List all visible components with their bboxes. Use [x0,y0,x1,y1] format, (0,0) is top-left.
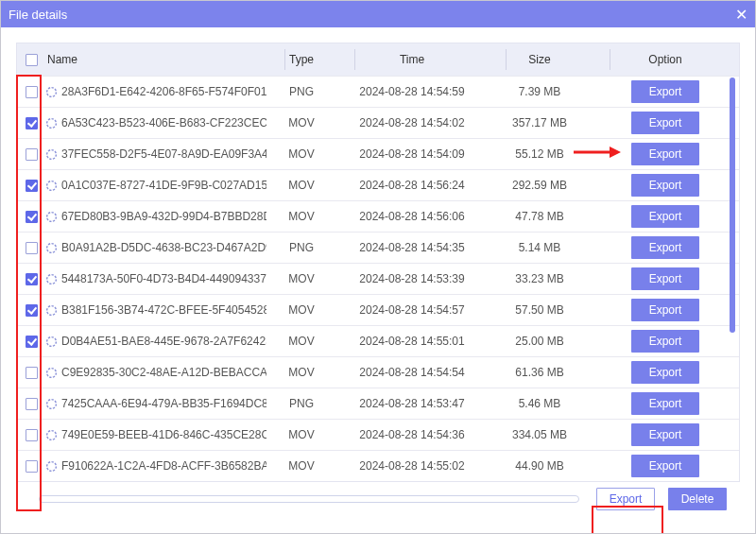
file-type: PNG [266,397,336,410]
file-icon [45,273,58,285]
row-export-button[interactable]: Export [631,361,699,384]
table-row[interactable]: 28A3F6D1-E642-4206-8F65-F574F0F01E80.PNG… [17,76,739,107]
scrollbar-thumb[interactable] [730,78,735,333]
row-export-button[interactable]: Export [631,299,699,321]
file-size: 7.39 MB [488,85,592,98]
row-export-button[interactable]: Export [631,205,699,228]
svg-point-4 [47,212,57,221]
row-export-button[interactable]: Export [631,330,699,353]
file-size: 47.78 MB [488,210,592,223]
file-time: 2024-08-28 14:54:59 [336,85,488,98]
file-icon [45,148,58,161]
row-export-button[interactable]: Export [631,143,699,165]
file-icon [45,460,58,473]
row-checkbox[interactable] [26,336,38,348]
row-checkbox[interactable] [26,460,38,473]
file-size: 55.12 MB [488,147,592,161]
file-size: 334.05 MB [488,428,592,441]
file-size: 61.36 MB [488,366,592,379]
file-name: F910622A-1C2A-4FD8-ACFF-3B6582BA07B [61,459,266,473]
window-title: File details [9,8,729,22]
row-checkbox[interactable] [26,273,38,285]
row-export-button[interactable]: Export [631,174,699,197]
table-row[interactable]: 7425CAAA-6E94-479A-BB35-F1694DC85DPNG202… [17,388,739,419]
file-name: 6A53C423-B523-406E-B683-CF223CECC71 [61,116,266,129]
row-checkbox[interactable] [26,86,38,98]
file-size: 33.23 MB [488,272,592,285]
file-table: Name Type Time Size Option 28A3F6D1-E642… [16,43,740,482]
file-icon [45,336,58,348]
svg-point-12 [47,461,57,471]
file-type: MOV [266,179,336,192]
table-row[interactable]: 749E0E59-BEEB-41D6-846C-435CE28CEB5MOV20… [17,419,739,450]
table-row[interactable]: 37FEC558-D2F5-4E07-8A9D-EA09F3A459FMOV20… [17,138,739,169]
row-checkbox[interactable] [26,117,38,129]
export-button[interactable]: Export [596,488,655,510]
file-name: D0B4AE51-BAE8-445E-9678-2A7F6242325B [61,335,266,348]
row-export-button[interactable]: Export [631,236,699,259]
row-checkbox[interactable] [26,304,38,317]
row-export-button[interactable]: Export [631,455,699,477]
file-type: MOV [266,116,336,129]
row-export-button[interactable]: Export [631,267,699,290]
file-icon [45,242,58,254]
svg-point-7 [47,305,57,315]
row-checkbox[interactable] [26,211,38,223]
file-icon [45,117,58,129]
close-icon[interactable]: ✕ [729,6,747,24]
file-name: B0A91A2B-D5DC-4638-BC23-D467A2D9A [61,241,266,254]
file-type: MOV [266,272,336,285]
file-name: 7425CAAA-6E94-479A-BB35-F1694DC85D [61,397,266,410]
svg-point-6 [47,274,57,284]
file-name: 0A1C037E-8727-41DE-9F9B-C027AD15E0A [61,179,266,192]
table-row[interactable]: C9E92835-30C2-48AE-A12D-BEBACCA530MOV202… [17,356,739,388]
file-size: 57.50 MB [488,303,592,317]
table-row[interactable]: 0A1C037E-8727-41DE-9F9B-C027AD15E0AMOV20… [17,169,739,200]
file-time: 2024-08-28 14:54:54 [336,366,488,379]
delete-button[interactable]: Delete [668,488,727,510]
row-export-button[interactable]: Export [631,423,699,446]
svg-point-3 [47,181,57,190]
svg-point-0 [47,87,57,96]
file-icon [45,304,58,317]
svg-point-9 [47,368,57,377]
file-icon [45,180,58,192]
table-row[interactable]: B381F156-3B74-472C-BFEE-5F4054528105MOV2… [17,294,739,325]
row-checkbox[interactable] [26,429,38,441]
row-checkbox[interactable] [26,398,38,410]
file-type: MOV [266,366,336,379]
row-export-button[interactable]: Export [631,112,699,134]
file-time: 2024-08-28 14:54:02 [336,116,488,129]
file-time: 2024-08-28 14:54:09 [336,147,488,161]
progress-bar [39,495,579,503]
table-row[interactable]: 6A53C423-B523-406E-B683-CF223CECC71MOV20… [17,107,739,138]
table-row[interactable]: D0B4AE51-BAE8-445E-9678-2A7F6242325BMOV2… [17,325,739,356]
row-checkbox[interactable] [26,367,38,379]
title-bar: File details ✕ [1,1,755,27]
table-row[interactable]: F910622A-1C2A-4FD8-ACFF-3B6582BA07BMOV20… [17,450,739,481]
table-row[interactable]: 5448173A-50F0-4D73-B4D4-4490943372A2MOV2… [17,263,739,294]
file-time: 2024-08-28 14:55:02 [336,459,488,473]
col-name-header: Name [47,53,77,66]
table-header: Name Type Time Size Option [17,43,739,76]
row-checkbox[interactable] [26,242,38,254]
file-type: MOV [266,147,336,161]
row-export-button[interactable]: Export [631,80,699,103]
file-type: MOV [266,303,336,317]
scrollbar[interactable] [730,43,735,478]
svg-point-10 [47,399,57,408]
row-checkbox[interactable] [26,180,38,192]
file-type: MOV [266,210,336,223]
file-icon [45,398,58,410]
file-size: 44.90 MB [488,459,592,473]
svg-point-2 [47,149,57,159]
row-checkbox[interactable] [26,148,38,161]
file-size: 5.46 MB [488,397,592,410]
select-all-checkbox[interactable] [26,54,38,66]
file-time: 2024-08-28 14:53:39 [336,272,488,285]
file-size: 292.59 MB [488,179,592,192]
table-row[interactable]: 67ED80B3-9BA9-432D-99D4-B7BBD28D23MOV202… [17,200,739,232]
row-export-button[interactable]: Export [631,392,699,415]
table-row[interactable]: B0A91A2B-D5DC-4638-BC23-D467A2D9APNG2024… [17,232,739,263]
svg-point-8 [47,336,57,346]
